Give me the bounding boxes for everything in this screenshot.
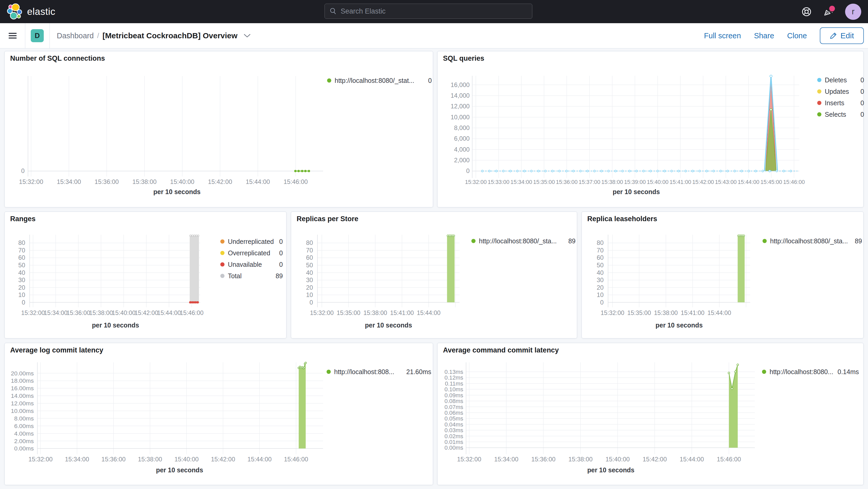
menu-icon[interactable] <box>9 32 17 40</box>
user-avatar[interactable]: r <box>845 4 861 20</box>
svg-text:0: 0 <box>21 167 25 174</box>
chart-number-of-sql-connections[interactable]: 015:32:0015:34:0015:36:0015:38:0015:40:0… <box>5 51 433 207</box>
axis-labels: 20.00ms18.00ms16.00ms14.00ms12.00ms10.00… <box>11 370 308 474</box>
avatar-letter: r <box>852 7 855 17</box>
chart-average-command-commit-latency[interactable]: 0.13ms0.12ms0.11ms0.10ms0.09ms0.08ms0.07… <box>437 343 863 485</box>
legend-label: Inserts <box>825 99 858 107</box>
breadcrumb-dashboard[interactable]: Dashboard <box>57 32 94 40</box>
svg-text:15:32:00: 15:32:00 <box>457 456 481 463</box>
legend-item[interactable]: http://localhost:808...21.60ms <box>327 368 431 376</box>
breadcrumb-current: [Metricbeat CockroachDB] Overview <box>102 31 238 40</box>
svg-text:0.04ms: 0.04ms <box>444 421 463 428</box>
legend-item[interactable]: Updates0 <box>817 87 864 96</box>
elastic-logo[interactable] <box>7 3 23 20</box>
chart-sql-queries[interactable]: 16,00014,00012,00010,0008,0006,0004,0002… <box>437 51 863 207</box>
svg-text:15:35:00: 15:35:00 <box>337 309 361 316</box>
svg-text:10: 10 <box>18 291 25 298</box>
svg-text:10.00ms: 10.00ms <box>11 407 34 414</box>
svg-text:15:42:00: 15:42:00 <box>208 178 232 185</box>
legend-item[interactable]: Total89 <box>220 272 283 280</box>
panel-average-log-commit-latency[interactable]: Average log commit latency 20.00ms18.00m… <box>4 343 433 485</box>
legend-color-dot <box>762 370 766 374</box>
legend-item[interactable]: http://localhost:8080...0.14ms <box>762 368 859 376</box>
edit-button[interactable]: Edit <box>820 27 864 44</box>
svg-text:0.05ms: 0.05ms <box>444 415 463 422</box>
panel-number-of-sql-connections[interactable]: Number of SQL connections 015:32:0015:34… <box>4 51 433 207</box>
legend-value: 0 <box>428 77 432 84</box>
legend-color-dot <box>220 274 224 278</box>
legend-label: Overreplicated <box>228 249 277 257</box>
svg-text:0.07ms: 0.07ms <box>444 404 463 410</box>
share-link[interactable]: Share <box>754 32 774 40</box>
legend-item[interactable]: http://localhost:8080/_sta...89 <box>763 237 862 245</box>
legend-color-dot <box>220 262 224 267</box>
edit-button-label: Edit <box>840 31 854 40</box>
svg-text:0.01ms: 0.01ms <box>444 439 463 445</box>
svg-text:15:41:00: 15:41:00 <box>670 179 691 185</box>
chart-average-log-commit-latency[interactable]: 20.00ms18.00ms16.00ms14.00ms12.00ms10.00… <box>5 343 433 485</box>
clone-link[interactable]: Clone <box>787 32 807 40</box>
help-icon[interactable] <box>801 6 812 17</box>
legend-item[interactable]: Selects0 <box>817 110 864 119</box>
legend-item[interactable]: Underreplicated0 <box>220 237 283 246</box>
chart-replicas-per-store[interactable]: 8070605040302010015:32:0015:35:0015:38:0… <box>291 212 577 338</box>
legend-color-dot <box>471 239 475 243</box>
legend-label: http://localhost:8080/_stat... <box>335 77 426 84</box>
legend-color-dot <box>220 251 224 255</box>
svg-text:15:38:00: 15:38:00 <box>132 178 156 185</box>
svg-text:0: 0 <box>600 299 604 306</box>
svg-text:20.00ms: 20.00ms <box>11 370 34 377</box>
panel-average-command-commit-latency[interactable]: Average command commit latency 0.13ms0.1… <box>437 343 864 485</box>
svg-text:15:44:00: 15:44:00 <box>157 309 181 316</box>
svg-text:15:35:00: 15:35:00 <box>533 179 555 185</box>
legend-value: 0 <box>861 99 864 107</box>
svg-text:15:44:00: 15:44:00 <box>738 179 760 185</box>
panel-replicas-per-store[interactable]: Replicas per Store 8070605040302010015:3… <box>291 212 577 338</box>
svg-text:15:36:00: 15:36:00 <box>95 178 119 185</box>
legend-value: 0 <box>279 261 283 268</box>
chevron-down-icon[interactable] <box>244 33 251 38</box>
svg-text:0.09ms: 0.09ms <box>444 392 463 399</box>
legend-item[interactable]: Inserts0 <box>817 99 864 107</box>
breadcrumb: Dashboard / [Metricbeat CockroachDB] Ove… <box>57 23 251 48</box>
legend-color-dot <box>817 112 822 117</box>
svg-text:15:32:00: 15:32:00 <box>310 309 334 316</box>
legend-item[interactable]: http://localhost:8080/_stat...0 <box>327 77 432 85</box>
svg-text:18.00ms: 18.00ms <box>11 377 34 384</box>
svg-text:15:46:00: 15:46:00 <box>284 178 308 185</box>
svg-text:15:34:00: 15:34:00 <box>510 179 532 185</box>
gridlines <box>472 76 799 178</box>
svg-text:15:44:00: 15:44:00 <box>708 309 731 316</box>
space-badge[interactable]: D <box>31 29 44 42</box>
chart-replica-leaseholders[interactable]: 8070605040302010015:32:0015:35:0015:38:0… <box>582 212 863 338</box>
series <box>447 235 455 303</box>
svg-text:15:46:00: 15:46:00 <box>783 179 805 185</box>
svg-text:15:32:00: 15:32:00 <box>600 309 624 316</box>
svg-text:50: 50 <box>306 262 313 269</box>
gridlines <box>30 235 200 307</box>
svg-text:0: 0 <box>466 167 469 174</box>
axis-labels: 0.13ms0.12ms0.11ms0.10ms0.09ms0.08ms0.07… <box>444 369 741 473</box>
search-input[interactable]: Search Elastic <box>324 4 532 19</box>
legend-item[interactable]: Overreplicated0 <box>220 249 283 257</box>
panel-replica-leaseholders[interactable]: Replica leaseholders 8070605040302010015… <box>582 212 864 338</box>
svg-text:70: 70 <box>18 247 25 254</box>
panel-ranges[interactable]: Ranges 8070605040302010015:32:0015:34:00… <box>4 212 286 338</box>
svg-text:per 10 seconds: per 10 seconds <box>587 466 634 473</box>
legend-item[interactable]: http://localhost:8080/_sta...89 <box>471 237 576 245</box>
svg-text:60: 60 <box>306 254 313 261</box>
legend-label: http://localhost:8080/_sta... <box>479 237 566 245</box>
axis-labels: 16,00014,00012,00010,0008,0006,0004,0002… <box>451 81 805 196</box>
svg-text:0: 0 <box>310 299 313 306</box>
full-screen-link[interactable]: Full screen <box>704 32 741 40</box>
top-header: elastic Search Elastic <box>0 0 868 23</box>
legend-item[interactable]: Unavailable0 <box>220 260 283 269</box>
legend-item[interactable]: Deletes0 <box>817 76 864 84</box>
news-icon[interactable] <box>823 6 834 17</box>
svg-text:0.13ms: 0.13ms <box>444 369 463 375</box>
svg-text:30: 30 <box>597 276 604 283</box>
panel-sql-queries[interactable]: SQL queries 16,00014,00012,00010,0008,00… <box>437 51 864 207</box>
svg-text:50: 50 <box>597 262 604 269</box>
svg-text:15:42:00: 15:42:00 <box>643 456 667 463</box>
svg-text:15:41:00: 15:41:00 <box>681 309 705 316</box>
